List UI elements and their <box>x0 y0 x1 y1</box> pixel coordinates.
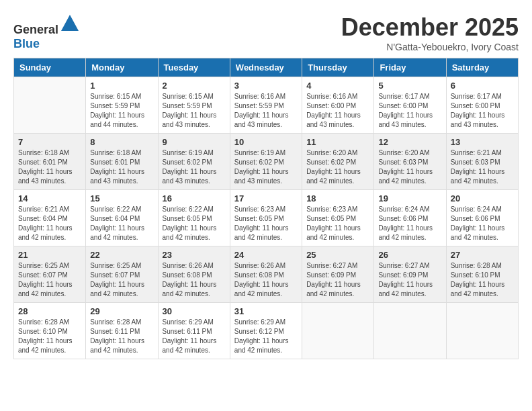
day-number: 1 <box>90 81 153 91</box>
day-number: 7 <box>18 137 81 147</box>
calendar-cell: 26Sunrise: 6:27 AMSunset: 6:09 PMDayligh… <box>374 246 446 303</box>
page-header: General Blue December 2025 N'Gatta-Yebou… <box>13 13 519 52</box>
day-info: Sunrise: 6:23 AMSunset: 6:05 PMDaylight:… <box>306 205 369 242</box>
day-info: Sunrise: 6:28 AMSunset: 6:10 PMDaylight:… <box>451 261 514 299</box>
calendar-cell: 6Sunrise: 6:17 AMSunset: 6:00 PMDaylight… <box>446 77 518 134</box>
calendar-cell: 2Sunrise: 6:15 AMSunset: 5:59 PMDaylight… <box>158 77 230 134</box>
calendar-week-row: 14Sunrise: 6:21 AMSunset: 6:04 PMDayligh… <box>14 190 519 246</box>
calendar-cell <box>14 77 86 134</box>
day-info: Sunrise: 6:22 AMSunset: 6:05 PMDaylight:… <box>163 205 226 242</box>
svg-marker-0 <box>61 15 79 31</box>
calendar-cell: 23Sunrise: 6:26 AMSunset: 6:08 PMDayligh… <box>158 246 230 303</box>
day-number: 26 <box>378 250 441 260</box>
day-info: Sunrise: 6:26 AMSunset: 6:08 PMDaylight:… <box>234 261 298 299</box>
calendar-cell: 8Sunrise: 6:18 AMSunset: 6:01 PMDaylight… <box>86 134 158 190</box>
day-number: 9 <box>163 137 226 147</box>
day-number: 6 <box>451 81 514 91</box>
day-info: Sunrise: 6:17 AMSunset: 6:00 PMDaylight:… <box>378 92 441 130</box>
calendar-cell: 13Sunrise: 6:21 AMSunset: 6:03 PMDayligh… <box>446 134 518 190</box>
calendar-cell: 12Sunrise: 6:20 AMSunset: 6:03 PMDayligh… <box>374 134 446 190</box>
day-info: Sunrise: 6:24 AMSunset: 6:06 PMDaylight:… <box>378 205 441 242</box>
day-info: Sunrise: 6:19 AMSunset: 6:02 PMDaylight:… <box>163 148 226 186</box>
day-info: Sunrise: 6:27 AMSunset: 6:09 PMDaylight:… <box>378 261 441 299</box>
day-info: Sunrise: 6:20 AMSunset: 6:03 PMDaylight:… <box>378 148 441 186</box>
calendar-cell: 7Sunrise: 6:18 AMSunset: 6:01 PMDaylight… <box>14 134 86 190</box>
calendar-week-row: 7Sunrise: 6:18 AMSunset: 6:01 PMDaylight… <box>14 134 519 190</box>
day-info: Sunrise: 6:23 AMSunset: 6:05 PMDaylight:… <box>234 205 298 242</box>
calendar-cell <box>374 303 446 359</box>
day-number: 22 <box>90 250 153 260</box>
month-title: December 2025 <box>341 13 519 42</box>
day-info: Sunrise: 6:15 AMSunset: 5:59 PMDaylight:… <box>90 92 153 130</box>
calendar-cell: 16Sunrise: 6:22 AMSunset: 6:05 PMDayligh… <box>158 190 230 246</box>
day-info: Sunrise: 6:25 AMSunset: 6:07 PMDaylight:… <box>90 261 153 299</box>
day-number: 12 <box>378 137 441 147</box>
calendar-cell: 3Sunrise: 6:16 AMSunset: 5:59 PMDaylight… <box>230 77 302 134</box>
day-number: 14 <box>18 193 81 203</box>
day-number: 31 <box>234 306 298 316</box>
day-number: 16 <box>163 193 226 203</box>
day-number: 29 <box>90 306 153 316</box>
calendar-cell: 25Sunrise: 6:27 AMSunset: 6:09 PMDayligh… <box>302 246 374 303</box>
calendar-cell: 1Sunrise: 6:15 AMSunset: 5:59 PMDaylight… <box>86 77 158 134</box>
day-number: 21 <box>18 250 81 260</box>
calendar-cell: 21Sunrise: 6:25 AMSunset: 6:07 PMDayligh… <box>14 246 86 303</box>
day-info: Sunrise: 6:26 AMSunset: 6:08 PMDaylight:… <box>163 261 226 299</box>
day-info: Sunrise: 6:22 AMSunset: 6:04 PMDaylight:… <box>90 205 153 242</box>
day-number: 27 <box>451 250 514 260</box>
day-number: 25 <box>306 250 369 260</box>
calendar-cell: 4Sunrise: 6:16 AMSunset: 6:00 PMDaylight… <box>302 77 374 134</box>
calendar-cell: 29Sunrise: 6:28 AMSunset: 6:11 PMDayligh… <box>86 303 158 359</box>
calendar-cell: 9Sunrise: 6:19 AMSunset: 6:02 PMDaylight… <box>158 134 230 190</box>
day-number: 15 <box>90 193 153 203</box>
location-subtitle: N'Gatta-Yebouekro, Ivory Coast <box>341 42 519 52</box>
calendar-cell: 24Sunrise: 6:26 AMSunset: 6:08 PMDayligh… <box>230 246 302 303</box>
day-info: Sunrise: 6:21 AMSunset: 6:04 PMDaylight:… <box>18 205 81 242</box>
day-number: 23 <box>163 250 226 260</box>
col-tuesday: Tuesday <box>158 58 230 77</box>
day-number: 19 <box>378 193 441 203</box>
calendar-cell: 15Sunrise: 6:22 AMSunset: 6:04 PMDayligh… <box>86 190 158 246</box>
col-monday: Monday <box>86 58 158 77</box>
calendar-cell: 27Sunrise: 6:28 AMSunset: 6:10 PMDayligh… <box>446 246 518 303</box>
calendar-cell: 19Sunrise: 6:24 AMSunset: 6:06 PMDayligh… <box>374 190 446 246</box>
calendar-cell: 5Sunrise: 6:17 AMSunset: 6:00 PMDaylight… <box>374 77 446 134</box>
col-saturday: Saturday <box>446 58 518 77</box>
calendar-cell: 14Sunrise: 6:21 AMSunset: 6:04 PMDayligh… <box>14 190 86 246</box>
day-info: Sunrise: 6:18 AMSunset: 6:01 PMDaylight:… <box>90 148 153 186</box>
day-number: 5 <box>378 81 441 91</box>
calendar-cell: 31Sunrise: 6:29 AMSunset: 6:12 PMDayligh… <box>230 303 302 359</box>
day-number: 4 <box>306 81 369 91</box>
day-info: Sunrise: 6:25 AMSunset: 6:07 PMDaylight:… <box>18 261 81 299</box>
col-wednesday: Wednesday <box>230 58 302 77</box>
calendar-cell: 20Sunrise: 6:24 AMSunset: 6:06 PMDayligh… <box>446 190 518 246</box>
day-number: 18 <box>306 193 369 203</box>
day-number: 30 <box>163 306 226 316</box>
day-number: 17 <box>234 193 298 203</box>
calendar-cell: 11Sunrise: 6:20 AMSunset: 6:02 PMDayligh… <box>302 134 374 190</box>
day-number: 8 <box>90 137 153 147</box>
day-info: Sunrise: 6:16 AMSunset: 5:59 PMDaylight:… <box>234 92 298 130</box>
logo-general: General <box>13 23 58 36</box>
calendar-cell <box>446 303 518 359</box>
day-info: Sunrise: 6:20 AMSunset: 6:02 PMDaylight:… <box>306 148 369 186</box>
day-info: Sunrise: 6:21 AMSunset: 6:03 PMDaylight:… <box>451 148 514 186</box>
calendar-cell: 17Sunrise: 6:23 AMSunset: 6:05 PMDayligh… <box>230 190 302 246</box>
day-info: Sunrise: 6:27 AMSunset: 6:09 PMDaylight:… <box>306 261 369 299</box>
day-number: 13 <box>451 137 514 147</box>
day-number: 11 <box>306 137 369 147</box>
header-row: Sunday Monday Tuesday Wednesday Thursday… <box>14 58 519 77</box>
day-info: Sunrise: 6:29 AMSunset: 6:12 PMDaylight:… <box>234 318 298 355</box>
calendar-cell: 18Sunrise: 6:23 AMSunset: 6:05 PMDayligh… <box>302 190 374 246</box>
logo-text: General Blue <box>13 13 80 51</box>
logo-blue: Blue <box>13 37 40 50</box>
calendar-cell: 22Sunrise: 6:25 AMSunset: 6:07 PMDayligh… <box>86 246 158 303</box>
calendar-cell: 10Sunrise: 6:19 AMSunset: 6:02 PMDayligh… <box>230 134 302 190</box>
day-info: Sunrise: 6:17 AMSunset: 6:00 PMDaylight:… <box>451 92 514 130</box>
calendar-cell: 28Sunrise: 6:28 AMSunset: 6:10 PMDayligh… <box>14 303 86 359</box>
day-info: Sunrise: 6:24 AMSunset: 6:06 PMDaylight:… <box>451 205 514 242</box>
calendar-week-row: 21Sunrise: 6:25 AMSunset: 6:07 PMDayligh… <box>14 246 519 303</box>
day-info: Sunrise: 6:19 AMSunset: 6:02 PMDaylight:… <box>234 148 298 186</box>
col-friday: Friday <box>374 58 446 77</box>
col-sunday: Sunday <box>14 58 86 77</box>
